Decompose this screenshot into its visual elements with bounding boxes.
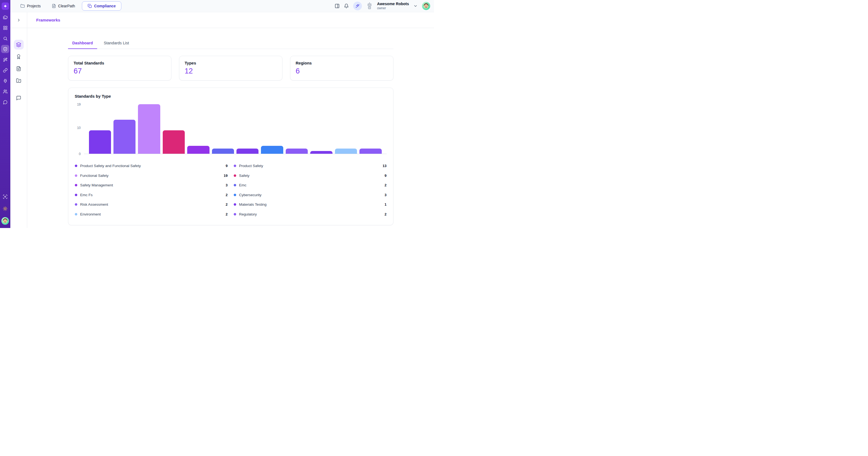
panel-toggle-button[interactable]: [335, 3, 340, 8]
folder-check-icon: [16, 78, 21, 83]
legend-value: 3: [225, 183, 227, 187]
chart-bar-safety-management[interactable]: [187, 146, 209, 154]
legend-dot: [234, 203, 236, 206]
stats-row: Total Standards67Types12Regions6: [68, 56, 394, 81]
sidebar-item-layers[interactable]: [14, 40, 24, 50]
legend-label: Emc: [239, 183, 247, 187]
legend-item-product-safety: Product Safety13: [234, 161, 386, 171]
rail-item-sun[interactable]: [1, 205, 9, 213]
view-tabs: DashboardStandards List: [68, 41, 394, 49]
legend-value: 2: [225, 193, 227, 197]
topbar-tab-label: Projects: [27, 4, 41, 8]
stat-label: Total Standards: [74, 61, 166, 65]
rail-item-users[interactable]: [1, 87, 9, 95]
users-icon: [3, 89, 8, 94]
robot-icon: [366, 2, 373, 10]
topbar-tab-compliance[interactable]: Compliance: [82, 1, 121, 10]
rail-item-layout-grid[interactable]: [1, 24, 9, 32]
user-avatar[interactable]: [422, 2, 430, 10]
primary-nav: [1, 13, 9, 106]
chart-bar-emc[interactable]: [212, 149, 234, 154]
topbar-tab-projects[interactable]: Projects: [16, 1, 45, 10]
chart-bar-risk-assessment[interactable]: [286, 149, 308, 154]
target-icon: [3, 194, 8, 199]
layers-icon: [16, 42, 21, 47]
chevron-right-icon: [17, 18, 21, 22]
legend-value: 19: [224, 174, 227, 178]
legend-label: Safety: [239, 174, 249, 178]
sidebar-item-message-square[interactable]: [14, 93, 24, 103]
rail-item-target[interactable]: [1, 193, 9, 201]
y-tick-label: 0: [79, 152, 81, 156]
layout-grid-icon: [3, 26, 8, 30]
page-header: Frameworks: [27, 12, 434, 28]
sidebar-expand-chevron-button[interactable]: [15, 17, 22, 24]
chart-card: Standards by Type 01019 Product Safety a…: [68, 88, 394, 225]
chevron-down-icon: [413, 4, 418, 8]
rail-item-folders[interactable]: [1, 13, 9, 21]
rail-item-plug[interactable]: [1, 77, 9, 85]
sidebar-item-award[interactable]: [14, 52, 24, 61]
secondary-sidebar: [10, 12, 27, 228]
sidebar-item-file-text[interactable]: [14, 64, 24, 73]
rail-item-message-circle[interactable]: [1, 98, 9, 106]
message-circle-icon: [3, 100, 8, 104]
bar-chart: 01019: [75, 104, 386, 154]
chart-bar-functional-safety[interactable]: [138, 104, 160, 154]
folders-icon: [3, 15, 8, 20]
legend-value: 9: [225, 164, 227, 168]
legend-item-cybersecurity: Cybersecurity3: [234, 190, 386, 200]
secondary-sidebar-header: [10, 12, 27, 28]
chart-bar-regulatory[interactable]: [360, 149, 381, 154]
legend-label: Functional Safety: [80, 174, 108, 178]
chart-bar-safety[interactable]: [163, 130, 185, 154]
rail-item-link[interactable]: [1, 66, 9, 74]
primary-nav-bottom: [1, 193, 9, 213]
org-robot-avatar[interactable]: [366, 2, 373, 10]
legend-dot: [75, 164, 77, 167]
legend-dot: [75, 184, 77, 186]
rail-item-wand[interactable]: [1, 56, 9, 64]
primary-sidebar-bottom: [1, 193, 9, 228]
chart-bar-environment[interactable]: [335, 149, 357, 154]
tab-standards-list[interactable]: Standards List: [99, 41, 133, 49]
folder-icon: [21, 4, 25, 8]
legend-item-emc: Emc2: [234, 180, 386, 190]
stat-card-total-standards: Total Standards67: [68, 56, 172, 81]
file-text-icon: [16, 66, 21, 71]
stat-label: Types: [185, 61, 277, 65]
topbar-tab-label: ClearPath: [58, 4, 75, 8]
sidebar-user-avatar[interactable]: [1, 217, 9, 225]
app-logo-icon[interactable]: [2, 2, 9, 10]
sidebar-item-folder-check[interactable]: [14, 75, 24, 85]
rail-item-shield-check[interactable]: [1, 45, 9, 53]
account-chevron-down-icon[interactable]: [413, 4, 418, 8]
chart-bar-emc-fs[interactable]: [237, 149, 258, 154]
account-menu[interactable]: Awesome Robots owner: [377, 2, 409, 10]
legend-dot: [234, 164, 236, 167]
legend-label: Environment: [80, 212, 101, 216]
legend-dot: [234, 184, 236, 186]
chart-bar-cybersecurity[interactable]: [261, 146, 283, 154]
wand-icon: [3, 57, 8, 62]
chart-bar-product-safety-and-functional-safety[interactable]: [89, 130, 111, 154]
legend-item-risk-assessment: Risk Assessment2: [75, 200, 228, 210]
account-name: Awesome Robots: [377, 2, 409, 6]
y-tick-label: 19: [77, 102, 81, 107]
notifications-bell-button[interactable]: [344, 3, 349, 8]
chart-bar-product-safety[interactable]: [114, 120, 135, 154]
tab-dashboard[interactable]: Dashboard: [68, 41, 97, 49]
ai-assistant-button[interactable]: [353, 2, 362, 10]
legend-value: 9: [384, 174, 386, 178]
sun-icon: [3, 206, 8, 211]
shield-check-icon: [3, 47, 8, 52]
legend-item-functional-safety: Functional Safety19: [75, 171, 228, 181]
rail-item-search[interactable]: [1, 34, 9, 42]
topbar-tab-clearpath[interactable]: ClearPath: [48, 1, 79, 10]
legend-value: 13: [382, 164, 386, 168]
chart-bar-materials-testing[interactable]: [310, 151, 332, 154]
file-text-icon: [52, 4, 56, 8]
legend-label: Cybersecurity: [239, 193, 262, 197]
legend-dot: [75, 174, 77, 177]
account-role: owner: [377, 6, 409, 10]
